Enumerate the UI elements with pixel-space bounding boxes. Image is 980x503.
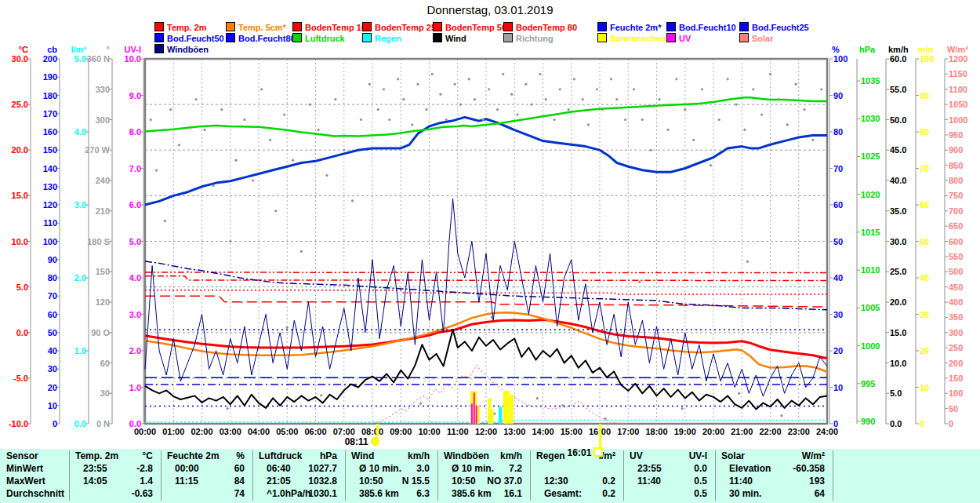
axis-tick-label: 900 — [949, 145, 963, 155]
axis-tick-label: 190 — [43, 72, 57, 82]
axis-tick-label: 25.0 — [890, 267, 906, 276]
axis-tick-label: ° — [107, 45, 110, 54]
axis-tick-label: 90 O — [91, 328, 110, 337]
axis-tick-label: 20 — [833, 346, 843, 355]
axis-tick-label: 1.0 — [129, 383, 141, 392]
sunset-label-time: 16:01 — [568, 447, 592, 458]
legend-swatch — [597, 33, 607, 42]
table-col-unit: UV-I — [623, 450, 707, 461]
point-richtung — [241, 301, 243, 303]
axis-tick-label: 1100 — [949, 85, 967, 94]
table-row-label: Sensor — [6, 450, 38, 461]
point-richtung — [638, 281, 641, 283]
axis-tick-label: 14:00 — [532, 427, 554, 436]
axis-tick-label: 150 — [949, 374, 963, 383]
point-richtung — [692, 139, 695, 141]
sunrise-label-time: 08:11 — [345, 436, 368, 447]
axis-tick-label: 20 — [920, 346, 929, 355]
point-richtung — [659, 98, 661, 100]
axis-tick-label: 990 — [861, 417, 875, 426]
axis-tick-label: 6.0 — [129, 200, 141, 210]
point-richtung — [795, 83, 797, 86]
sunset-label: 16:01 — [568, 447, 604, 458]
axis-tick-label: 30 — [48, 364, 57, 374]
point-richtung — [582, 98, 584, 100]
weather-dashboard: Donnerstag, 03.01.2019 Temp. 2mTemp. 5cm… — [0, 0, 980, 503]
axis-tick-label: 400 — [949, 297, 963, 307]
axis-tick-label: -10.0 — [9, 419, 28, 428]
axis-tick-label: 0.0 — [890, 419, 902, 428]
point-richtung — [803, 108, 805, 111]
point-richtung — [195, 98, 198, 100]
axis-tick-label: UV-I — [125, 45, 141, 54]
axis-tick-label: 350 — [949, 312, 963, 322]
axis-tick-label: 700 — [949, 206, 963, 216]
axis-tick-label: 20:00 — [702, 427, 724, 436]
legend-item-luftdruck: Luftdruck — [292, 33, 345, 42]
axis-tick-label: 60.0 — [890, 54, 906, 64]
axis-tick-label: 100 — [949, 388, 963, 398]
point-richtung — [416, 83, 419, 86]
axis-tick-label: 300 — [949, 328, 963, 337]
axis-tick-label: 100 — [833, 54, 848, 64]
point-richtung — [587, 123, 590, 126]
axis-tick-label: 1200 — [949, 54, 967, 64]
axis-tick-label: 10 — [833, 383, 843, 392]
point-richtung — [468, 78, 470, 80]
axis-tick-label: hPa — [859, 45, 876, 54]
bar-sonnenschein — [510, 395, 514, 424]
bar-sonnenschein — [506, 391, 510, 424]
point-richtung — [641, 118, 644, 121]
point-richtung — [718, 118, 720, 121]
axis-tick-label: 1025 — [861, 151, 880, 161]
axis-tick-label: 0 N — [96, 419, 110, 428]
axis-tick-label: 180 — [43, 91, 57, 100]
point-richtung — [283, 113, 285, 115]
axis-tick-label: °C — [19, 45, 28, 54]
axis-tick-label: 70 — [920, 164, 929, 173]
axis-tick-label: 0 — [920, 419, 924, 428]
legend-swatch — [433, 22, 442, 31]
point-richtung — [411, 123, 413, 126]
axis-tick-label: 24:00 — [816, 427, 838, 436]
axis-tick-label: 270 W — [85, 145, 110, 155]
point-richtung — [780, 414, 782, 417]
legend-label: Feuchte 2m* — [610, 23, 661, 32]
axis-tick-label: 45.0 — [890, 145, 906, 155]
axis-tick-label: 10.0 — [125, 54, 141, 64]
axis-tick-label: 17:00 — [617, 427, 639, 436]
table-cell-value: 0.5 — [623, 476, 707, 487]
axis-tick-label: 850 — [949, 161, 963, 170]
table-cell-value: 3.0 — [345, 463, 430, 474]
table-divider — [833, 450, 833, 501]
axis-tick-label: 11:00 — [447, 427, 469, 436]
legend-label: Windböen — [167, 45, 209, 54]
legend-label: Bod.Feucht80 — [238, 34, 296, 43]
axis-tick-label: 60 — [100, 359, 110, 368]
table-col-unit: hPa — [252, 450, 337, 461]
legend-swatch — [503, 22, 513, 31]
axis-tick-label: 50 — [48, 328, 57, 337]
table-cell-value: 1027.7 — [252, 463, 337, 474]
axis-tick-label: 200 — [949, 359, 963, 368]
axis-tick-label: 50 — [949, 404, 958, 414]
axis-tick-label: 05:00 — [276, 427, 298, 436]
point-richtung — [445, 118, 448, 121]
point-richtung — [610, 78, 612, 80]
axis-tick-label: 0.0 — [74, 419, 86, 428]
axis-tick-label: 800 — [949, 176, 963, 185]
legend-swatch — [503, 33, 513, 42]
bar-uv — [474, 392, 475, 424]
legend-item-wind: Wind — [433, 33, 466, 42]
axis-tick-label: 170 — [43, 109, 57, 118]
axis-tick-label: 18:00 — [645, 427, 667, 436]
table-cell-value: 1.4 — [69, 476, 153, 487]
axis-tick-label: 15:00 — [561, 427, 583, 436]
point-richtung — [343, 149, 345, 151]
point-richtung — [252, 179, 254, 181]
axis-tick-label: 20.0 — [12, 145, 28, 155]
axis-tick-label: 09:00 — [390, 427, 412, 436]
legend-swatch — [226, 33, 235, 42]
axis-tick-label: 23:00 — [788, 427, 810, 436]
axis-tick-label: W/m² — [947, 45, 968, 54]
